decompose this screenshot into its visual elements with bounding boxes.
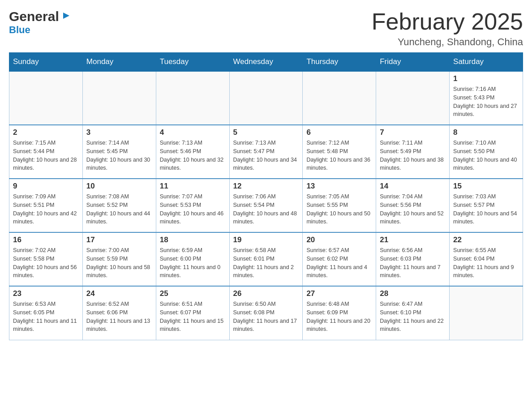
day-number: 7 <box>380 128 446 137</box>
location-subtitle: Yuncheng, Shandong, China <box>372 36 523 48</box>
weekday-header-thursday: Thursday <box>303 53 376 72</box>
weekday-header-tuesday: Tuesday <box>156 53 229 72</box>
day-number: 4 <box>160 128 226 137</box>
calendar-cell <box>303 71 376 125</box>
day-number: 20 <box>306 235 372 244</box>
weekday-header-friday: Friday <box>376 53 450 72</box>
calendar-cell: 13Sunrise: 7:05 AMSunset: 5:55 PMDayligh… <box>303 179 376 232</box>
day-number: 12 <box>233 182 299 191</box>
weekday-header-sunday: Sunday <box>9 53 83 72</box>
day-number: 11 <box>160 182 226 191</box>
svg-marker-0 <box>63 13 69 19</box>
day-number: 10 <box>86 182 152 191</box>
title-block: February 2025 Yuncheng, Shandong, China <box>372 9 523 48</box>
page-header: General Blue February 2025 Yuncheng, Sha… <box>9 9 523 48</box>
calendar-cell: 21Sunrise: 6:56 AMSunset: 6:03 PMDayligh… <box>376 232 450 286</box>
weekday-header-row: SundayMondayTuesdayWednesdayThursdayFrid… <box>9 53 523 72</box>
calendar-cell: 8Sunrise: 7:10 AMSunset: 5:50 PMDaylight… <box>450 125 523 179</box>
day-info: Sunrise: 7:14 AMSunset: 5:45 PMDaylight:… <box>86 139 152 172</box>
day-number: 21 <box>380 235 446 244</box>
calendar-cell: 15Sunrise: 7:03 AMSunset: 5:57 PMDayligh… <box>450 179 523 232</box>
weekday-header-saturday: Saturday <box>450 53 523 72</box>
calendar-week-row: 16Sunrise: 7:02 AMSunset: 5:58 PMDayligh… <box>9 232 523 286</box>
calendar-week-row: 9Sunrise: 7:09 AMSunset: 5:51 PMDaylight… <box>9 179 523 232</box>
day-number: 5 <box>233 128 299 137</box>
logo-blue-text: Blue <box>9 24 30 35</box>
calendar-cell: 20Sunrise: 6:57 AMSunset: 6:02 PMDayligh… <box>303 232 376 286</box>
calendar-cell: 25Sunrise: 6:51 AMSunset: 6:07 PMDayligh… <box>156 286 229 340</box>
day-number: 22 <box>453 235 519 244</box>
weekday-header-wednesday: Wednesday <box>229 53 303 72</box>
day-info: Sunrise: 7:09 AMSunset: 5:51 PMDaylight:… <box>13 193 79 226</box>
calendar-cell <box>82 71 156 125</box>
calendar-cell: 9Sunrise: 7:09 AMSunset: 5:51 PMDaylight… <box>9 179 83 232</box>
day-number: 6 <box>306 128 372 137</box>
calendar-cell: 22Sunrise: 6:55 AMSunset: 6:04 PMDayligh… <box>450 232 523 286</box>
calendar-week-row: 2Sunrise: 7:15 AMSunset: 5:44 PMDaylight… <box>9 125 523 179</box>
logo-arrow-icon <box>60 11 70 22</box>
day-info: Sunrise: 7:11 AMSunset: 5:49 PMDaylight:… <box>380 139 446 172</box>
day-number: 18 <box>160 235 226 244</box>
day-info: Sunrise: 7:02 AMSunset: 5:58 PMDaylight:… <box>13 246 79 280</box>
day-info: Sunrise: 6:55 AMSunset: 6:04 PMDaylight:… <box>453 246 519 280</box>
day-info: Sunrise: 7:13 AMSunset: 5:46 PMDaylight:… <box>160 139 226 172</box>
day-info: Sunrise: 7:12 AMSunset: 5:48 PMDaylight:… <box>306 139 372 172</box>
day-info: Sunrise: 7:08 AMSunset: 5:52 PMDaylight:… <box>86 193 152 226</box>
day-info: Sunrise: 6:52 AMSunset: 6:06 PMDaylight:… <box>86 300 152 334</box>
day-info: Sunrise: 7:13 AMSunset: 5:47 PMDaylight:… <box>233 139 299 172</box>
day-number: 9 <box>13 182 79 191</box>
calendar-cell: 12Sunrise: 7:06 AMSunset: 5:54 PMDayligh… <box>229 179 303 232</box>
calendar-week-row: 23Sunrise: 6:53 AMSunset: 6:05 PMDayligh… <box>9 286 523 340</box>
calendar-cell: 10Sunrise: 7:08 AMSunset: 5:52 PMDayligh… <box>82 179 156 232</box>
calendar-week-row: 1Sunrise: 7:16 AMSunset: 5:43 PMDaylight… <box>9 71 523 125</box>
month-title: February 2025 <box>372 9 523 34</box>
day-number: 26 <box>233 289 299 298</box>
weekday-header-monday: Monday <box>82 53 156 72</box>
logo: General Blue <box>9 9 70 36</box>
day-number: 24 <box>86 289 152 298</box>
day-info: Sunrise: 6:53 AMSunset: 6:05 PMDaylight:… <box>13 300 79 334</box>
day-number: 1 <box>453 74 519 83</box>
calendar-cell: 28Sunrise: 6:47 AMSunset: 6:10 PMDayligh… <box>376 286 450 340</box>
calendar-cell: 27Sunrise: 6:48 AMSunset: 6:09 PMDayligh… <box>303 286 376 340</box>
calendar-table: SundayMondayTuesdayWednesdayThursdayFrid… <box>9 52 523 340</box>
logo-general-text: General <box>9 9 59 24</box>
day-number: 27 <box>306 289 372 298</box>
calendar-cell: 4Sunrise: 7:13 AMSunset: 5:46 PMDaylight… <box>156 125 229 179</box>
calendar-cell: 2Sunrise: 7:15 AMSunset: 5:44 PMDaylight… <box>9 125 83 179</box>
calendar-cell: 6Sunrise: 7:12 AMSunset: 5:48 PMDaylight… <box>303 125 376 179</box>
calendar-cell: 16Sunrise: 7:02 AMSunset: 5:58 PMDayligh… <box>9 232 83 286</box>
calendar-cell <box>376 71 450 125</box>
calendar-cell <box>229 71 303 125</box>
day-number: 19 <box>233 235 299 244</box>
day-number: 17 <box>86 235 152 244</box>
day-info: Sunrise: 6:58 AMSunset: 6:01 PMDaylight:… <box>233 246 299 280</box>
day-number: 8 <box>453 128 519 137</box>
day-number: 2 <box>13 128 79 137</box>
day-info: Sunrise: 6:50 AMSunset: 6:08 PMDaylight:… <box>233 300 299 334</box>
calendar-cell: 7Sunrise: 7:11 AMSunset: 5:49 PMDaylight… <box>376 125 450 179</box>
day-number: 28 <box>380 289 446 298</box>
calendar-cell: 11Sunrise: 7:07 AMSunset: 5:53 PMDayligh… <box>156 179 229 232</box>
day-info: Sunrise: 7:00 AMSunset: 5:59 PMDaylight:… <box>86 246 152 280</box>
day-info: Sunrise: 7:07 AMSunset: 5:53 PMDaylight:… <box>160 193 226 226</box>
day-number: 14 <box>380 182 446 191</box>
calendar-cell: 24Sunrise: 6:52 AMSunset: 6:06 PMDayligh… <box>82 286 156 340</box>
calendar-cell <box>156 71 229 125</box>
calendar-cell: 19Sunrise: 6:58 AMSunset: 6:01 PMDayligh… <box>229 232 303 286</box>
calendar-cell: 3Sunrise: 7:14 AMSunset: 5:45 PMDaylight… <box>82 125 156 179</box>
day-info: Sunrise: 6:47 AMSunset: 6:10 PMDaylight:… <box>380 300 446 334</box>
day-number: 23 <box>13 289 79 298</box>
day-number: 25 <box>160 289 226 298</box>
day-info: Sunrise: 7:16 AMSunset: 5:43 PMDaylight:… <box>453 85 519 119</box>
day-number: 3 <box>86 128 152 137</box>
calendar-cell: 1Sunrise: 7:16 AMSunset: 5:43 PMDaylight… <box>450 71 523 125</box>
day-info: Sunrise: 6:59 AMSunset: 6:00 PMDaylight:… <box>160 246 226 280</box>
day-info: Sunrise: 6:56 AMSunset: 6:03 PMDaylight:… <box>380 246 446 280</box>
day-info: Sunrise: 7:03 AMSunset: 5:57 PMDaylight:… <box>453 193 519 226</box>
day-info: Sunrise: 6:48 AMSunset: 6:09 PMDaylight:… <box>306 300 372 334</box>
calendar-cell: 18Sunrise: 6:59 AMSunset: 6:00 PMDayligh… <box>156 232 229 286</box>
day-info: Sunrise: 7:15 AMSunset: 5:44 PMDaylight:… <box>13 139 79 172</box>
day-info: Sunrise: 7:04 AMSunset: 5:56 PMDaylight:… <box>380 193 446 226</box>
day-info: Sunrise: 6:51 AMSunset: 6:07 PMDaylight:… <box>160 300 226 334</box>
